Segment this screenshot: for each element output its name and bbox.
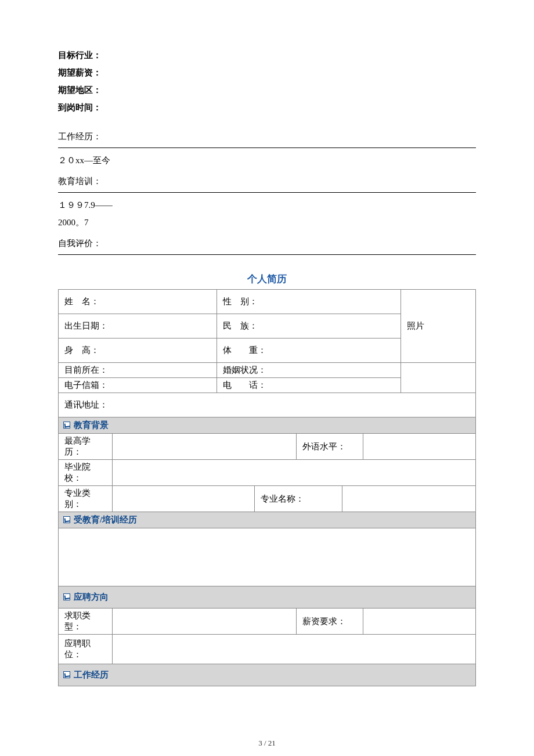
- highest-degree-label: 最高学历：: [59, 434, 113, 460]
- top-fields-block: 目标行业： 期望薪资： 期望地区： 到岗时间：: [58, 46, 476, 116]
- section-work-history-label: 工作经历: [74, 670, 109, 679]
- target-industry-label: 目标行业：: [58, 46, 476, 64]
- section-edu-background: 教育背景: [59, 417, 476, 434]
- expected-location-label: 期望地区：: [58, 81, 476, 99]
- major-name-label: 专业名称：: [254, 486, 342, 512]
- page-footer: 3 / 21: [58, 739, 476, 748]
- language-level-value: [363, 434, 475, 460]
- major-category-value: [113, 486, 254, 512]
- gender-cell: 性 别：: [217, 290, 400, 314]
- position-label: 应聘职位：: [59, 635, 113, 664]
- resume-title: 个人简历: [58, 272, 476, 286]
- self-evaluation-label: 自我评价：: [58, 235, 476, 252]
- highest-degree-value: [113, 434, 296, 460]
- edu-training-period1: １９９7.9——: [58, 196, 476, 214]
- photo-cell: 照片: [400, 290, 475, 363]
- start-time-label: 到岗时间：: [58, 99, 476, 116]
- section-job-direction-label: 应聘方向: [74, 592, 109, 602]
- salary-req-label: 薪资要求：: [296, 609, 363, 635]
- edu-training-content: [59, 528, 476, 586]
- major-name-value: [342, 486, 475, 512]
- bullet-icon: [63, 422, 70, 429]
- edu-training-label: 教育培训：: [58, 172, 476, 190]
- bullet-icon: [63, 516, 70, 523]
- salary-req-value: [363, 609, 475, 635]
- section-edu-training: 受教育/培训经历: [59, 512, 476, 528]
- divider: [58, 254, 476, 255]
- major-category-label: 专业类别：: [59, 486, 113, 512]
- section-work-history: 工作经历: [59, 664, 476, 686]
- divider: [58, 147, 476, 148]
- marital-status-cell: 婚姻状况：: [217, 363, 400, 378]
- section-edu-background-label: 教育背景: [74, 420, 109, 430]
- name-cell: 姓 名：: [59, 290, 217, 314]
- bullet-icon: [63, 593, 70, 600]
- address-cell: 通讯地址：: [59, 393, 476, 417]
- position-value: [113, 635, 476, 664]
- section-job-direction: 应聘方向: [59, 586, 476, 609]
- bullet-icon: [63, 671, 70, 678]
- photo-bottom-cell: [400, 363, 475, 393]
- divider: [58, 192, 476, 193]
- birthdate-cell: 出生日期：: [59, 314, 217, 339]
- ethnicity-cell: 民 族：: [217, 314, 400, 339]
- work-experience-label: 工作经历：: [58, 128, 476, 145]
- height-cell: 身 高：: [59, 339, 217, 363]
- expected-salary-label: 期望薪资：: [58, 64, 476, 81]
- email-cell: 电子信箱：: [59, 378, 217, 393]
- resume-table: 姓 名： 性 别： 照片 出生日期： 民 族： 身 高： 体 重： 目前所在： …: [58, 289, 476, 686]
- current-location-cell: 目前所在：: [59, 363, 217, 378]
- work-experience-period: ２０xx—至今: [58, 152, 476, 169]
- weight-cell: 体 重：: [217, 339, 400, 363]
- edu-training-period2: 2000。7: [58, 214, 476, 231]
- graduate-school-value: [113, 460, 476, 486]
- job-type-label: 求职类型：: [59, 609, 113, 635]
- phone-cell: 电 话：: [217, 378, 400, 393]
- section-edu-training-label: 受教育/培训经历: [74, 515, 137, 524]
- language-level-label: 外语水平：: [296, 434, 363, 460]
- job-type-value: [113, 609, 296, 635]
- graduate-school-label: 毕业院校：: [59, 460, 113, 486]
